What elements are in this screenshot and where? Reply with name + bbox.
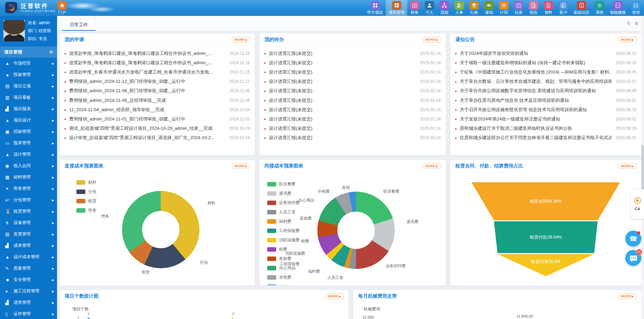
list-item[interactable]: ▸ 设计进度汇报(未提交) 2025.02.14 (264, 114, 441, 124)
legend-item[interactable]: 职员餐费 (267, 181, 300, 187)
sidebar-item[interactable]: ↯ 设备管理 ▶ (0, 217, 57, 229)
sidebar-item[interactable]: ▲ 设计成本管理 ▶ (0, 251, 57, 263)
list-item[interactable]: ▸ 进度款申报_长春市伊通河水力发电厂改建工程_长春市伊通河水力发电... 20… (65, 67, 250, 77)
legend-item[interactable]: 消防设施费 (267, 237, 300, 243)
list-item[interactable]: ▸ 关于举办大数据、云计算技术在城市建设、规划、管理与服务中的应用培训班... … (455, 77, 636, 86)
sidebar-item[interactable]: ✎ 质量管理 ▶ (0, 263, 57, 274)
list-item[interactable]: ▸ 设计进度汇报(未提交) 2025.02.14 (264, 133, 441, 143)
list-item[interactable]: ▸ 设计进度汇报(未提交) 2025.02.14 (264, 77, 441, 86)
list-item[interactable]: ▸ 关于发放2024年第24批一级建造师注册证书的通知 2024.06.01 (455, 114, 636, 124)
menu-icon[interactable]: ≣ (635, 21, 638, 26)
sidebar-item[interactable]: ▯ 证件管理 ▶ (0, 308, 57, 319)
sidebar-item[interactable]: x² 分包管理 ▶ (0, 194, 57, 206)
nav-item[interactable]: 财务 (407, 0, 422, 16)
nav-item[interactable]: 任务 (511, 0, 526, 16)
nav-item[interactable]: 项目管理 (386, 0, 407, 16)
legend-item[interactable]: 水电费 (267, 274, 300, 280)
list-item[interactable]: ▸ 进度款申报_珠海鹤港口建设_珠海鹤港口建设工程合作协议书_admin_...… (65, 49, 250, 58)
sidebar-item[interactable]: ⌛ 租赁管理 ▶ (0, 206, 57, 217)
sidebar-item[interactable]: ▦ 材料管理 ▶ (0, 172, 57, 183)
nav-item[interactable]: 基础信息 (571, 0, 592, 16)
gear-icon[interactable]: ⚙ (49, 49, 53, 55)
list-item[interactable]: ▸ 设计进度汇报(未提交) 2025.02.14 (264, 49, 441, 58)
list-item[interactable]: ▸ 关于领取一级注册建造师增项贴的通知 (须持一建证书前来领取) 2024.06… (455, 58, 636, 67)
chat-button[interactable]: 45 (625, 250, 641, 266)
sidebar-item[interactable]: ▟ 项目报表 ▶ (0, 103, 57, 115)
customer-service-button[interactable]: ☎ (625, 231, 641, 246)
nav-item[interactable]: 报告 (526, 0, 541, 16)
list-item[interactable]: ▸ 11_2024-11-04_admin_经营部_领导审批__完成 2024.… (65, 105, 250, 114)
sidebar-item[interactable]: ▥ 项目看板 ▶ (0, 92, 57, 103)
legend-item[interactable]: 租赁 (76, 198, 96, 204)
list-item[interactable]: ▸ 费用报销_admin_2024-11-06_部门经理审批_胡建,_运行中 2… (65, 86, 250, 96)
legend-item[interactable]: 工程保险费 (267, 228, 300, 234)
sidebar-item[interactable]: ▤ 发票管理 ▶ (0, 229, 57, 240)
sidebar-item[interactable]: ▲ 项目设计 ▶ (0, 115, 57, 126)
list-item[interactable]: ▸ 设计进度汇报(未提交) 2025.02.14 (264, 86, 441, 96)
list-item[interactable]: ▸ 关于举办市政公用设施数字化管理信息 系统建设与应用培训班的通知 2024.0… (455, 86, 636, 96)
more-button[interactable]: MORE▶ (618, 37, 636, 42)
nav-item[interactable]: 计划 (496, 0, 511, 16)
list-item[interactable]: ▸ 住房和城乡建设部办公厅关于同意吉林省开展二级建造师注册证书电子化试点... … (455, 133, 636, 143)
tab-daily-work[interactable]: 日常工作 (62, 19, 96, 31)
list-item[interactable]: ▸ 于征集《中国建筑施工行业信息化发展报告 (2024) —BIM应用与发展》材… (455, 67, 636, 77)
list-item[interactable]: ▸ 费用报销_admin_2024-11-01_部门经理审批_胡建,_运行中 2… (65, 114, 250, 124)
more-button[interactable]: MORE▶ (423, 37, 441, 42)
list-item[interactable]: ▸ 房和城乡建设厅关于取消二级建造师临时执业证书的公告 2023.08.29 (455, 124, 636, 133)
legend-item[interactable]: 劳务 (76, 207, 96, 213)
list-item[interactable]: ▸ 关于举办住房与房地产信息化 技术及应用培训班的通知 2024.06.01 (455, 96, 636, 105)
nav-item[interactable]: 甲方项目 (364, 0, 386, 16)
sidebar-item[interactable]: ▤ 项目立项 ▶ (0, 80, 57, 92)
nav-item[interactable]: 行政 (467, 0, 482, 16)
sidebar-item[interactable]: ▟ 成本管理 ▶ (0, 240, 57, 251)
nav-item[interactable]: 系统 (592, 0, 607, 16)
refresh-icon[interactable]: ↻ (627, 21, 631, 26)
list-item[interactable]: ▸ 设计进度汇报(未提交) 2025.02.14 (264, 96, 441, 105)
sidebar-item[interactable]: ▣ 招标管理 ▶ (0, 126, 57, 137)
sidebar-section-header[interactable]: 项目管理 ⚙ (0, 46, 57, 58)
list-item[interactable]: ▸ 设计进度汇报(未提交) 2025.02.14 (264, 58, 441, 67)
list-item[interactable]: ▸ 费用报销_admin_2024-11-06_总经理审批__完成 2024.1… (65, 96, 250, 105)
sidebar-item[interactable]: ▲ 市场经营 ▶ (0, 58, 57, 69)
more-button[interactable]: MORE▶ (232, 163, 250, 169)
legend-item[interactable]: 人员工资 (267, 209, 300, 215)
nav-item[interactable]: 智能建模 (607, 0, 628, 16)
sidebar-item[interactable]: ● 施工过程管理 ▶ (0, 286, 57, 297)
list-item[interactable]: ▸ 设计进度汇报(未提交) 2025.02.14 (264, 67, 441, 77)
more-button[interactable]: MORE▶ (326, 293, 344, 299)
nav-item[interactable]: 个人 (422, 0, 437, 16)
list-item[interactable]: ▸ 设计进度汇报(未提交) 2025.02.14 (264, 124, 441, 133)
legend-item[interactable]: 其他 (267, 284, 300, 285)
sidebar-item[interactable]: ▲ 投标管理 ▶ (0, 69, 57, 80)
sidebar-item[interactable]: ▭ 预算管理 ▶ (0, 137, 57, 149)
list-item[interactable]: ▸ 设计审查_彭祖新城"四馆"景观工程设计项目_请选择_胡广生_2024-10-… (65, 133, 250, 143)
sidebar-item[interactable]: ☻ 安全管理 ▶ (0, 274, 57, 286)
more-button[interactable]: MORE▶ (423, 163, 441, 169)
more-button[interactable]: MORE▶ (232, 37, 250, 42)
sidebar-item[interactable]: ▲ 设计管理 ▶ (0, 149, 57, 160)
list-item[interactable]: ▸ 进度款申报_珠海鹤港口建设_珠海鹤港口建设工程合作协议书_admin_...… (65, 58, 250, 67)
list-item[interactable]: ▸ 测试_彭祖新城"四馆"景观工程设计项目_2024-10-29_admin_结… (65, 124, 250, 133)
more-button[interactable]: MORE▶ (618, 293, 636, 299)
sidebar-item[interactable]: ◉ 收入合同 ▶ (0, 160, 57, 172)
list-item[interactable]: ▸ 关于2024年国庆节放假安排的通知 2024.06.15 (455, 49, 636, 58)
list-item[interactable]: ▸ 关于召开市政公用设施智慧化管理 信息技术与应用培训班的通知 2024.06.… (455, 105, 636, 114)
sidebar-item[interactable]: ▟ 进度管理 ▶ (0, 297, 57, 308)
legend-item[interactable]: 福利费 (267, 219, 300, 224)
list-item[interactable]: ▸ 费用报销_admin_2024-11-12_部门经理审批_胡建,_运行中 2… (65, 77, 250, 86)
legend-item[interactable]: 材料 (76, 180, 96, 185)
nav-item[interactable]: 流程 (437, 0, 452, 16)
sidebar-item[interactable]: ✶ 劳务管理 ▶ (0, 183, 57, 194)
legend-item[interactable]: 通讯费 (267, 191, 300, 196)
nav-item[interactable]: 通知 (482, 0, 496, 16)
nav-item[interactable]: 资料 (541, 0, 556, 16)
nav-item[interactable]: 管理 (628, 0, 643, 16)
legend-item[interactable]: 业务招待费 (267, 200, 300, 206)
more-button[interactable]: MORE▶ (618, 163, 636, 169)
nav-item[interactable]: 人事 (452, 0, 467, 16)
ca-widget[interactable]: CA (631, 189, 644, 219)
legend-item[interactable]: 分包 (76, 189, 96, 195)
legend-item[interactable]: 差旅费 (267, 256, 300, 262)
nav-item-portal[interactable]: 门户 (55, 0, 69, 16)
nav-item[interactable]: 客户 (556, 0, 571, 16)
